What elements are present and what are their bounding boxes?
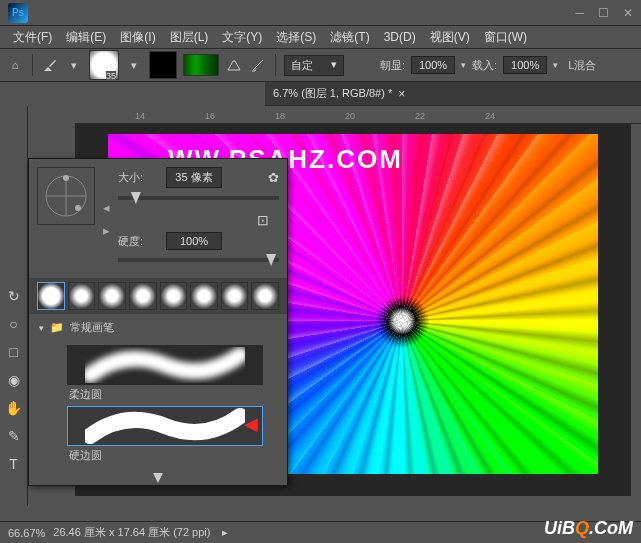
brush-preset-item[interactable] — [68, 282, 96, 310]
minimize-button[interactable]: ─ — [575, 6, 584, 20]
opacity-label: 朝显: — [380, 58, 405, 73]
hardness-input[interactable]: 100% — [166, 232, 222, 250]
svg-point-4 — [75, 205, 81, 211]
brush-tool-icon[interactable] — [41, 56, 59, 74]
size-label: 大小: — [118, 170, 160, 185]
brush-name-label: 柔边圆 — [67, 387, 263, 402]
menu-type[interactable]: 文字(Y) — [217, 27, 267, 48]
menu-3d[interactable]: 3D(D) — [379, 28, 421, 46]
menu-filter[interactable]: 滤镜(T) — [325, 27, 374, 48]
panel-resize-handle[interactable] — [29, 471, 287, 485]
menu-file[interactable]: 文件(F) — [8, 27, 57, 48]
brush-name-label: 硬边圆 — [67, 448, 263, 463]
menu-layer[interactable]: 图层(L) — [165, 27, 214, 48]
separator — [32, 54, 33, 76]
brush-preset-item[interactable] — [190, 282, 218, 310]
brush-list-item[interactable]: ◀ 硬边圆 — [67, 406, 263, 463]
gear-icon[interactable]: ✿ — [268, 170, 279, 185]
size-input[interactable]: 35 像素 — [166, 167, 222, 188]
new-preset-icon[interactable]: ⊡ — [118, 212, 279, 228]
chevron-down-icon[interactable]: ▾ — [553, 60, 558, 70]
pressure-opacity-icon[interactable] — [225, 56, 243, 74]
gradient-swatch[interactable] — [183, 54, 219, 76]
document-tab-label: 6.7% (图层 1, RGB/8#) * — [273, 86, 392, 101]
ruler-tick: 14 — [135, 111, 145, 121]
swap-colors-icon[interactable]: ↻ — [4, 286, 24, 306]
tools-panel: ↻ ○ □ ◉ ✋ ✎ T — [0, 106, 28, 506]
arrow-indicator-icon: ◀ — [244, 413, 258, 435]
menu-window[interactable]: 窗口(W) — [479, 27, 532, 48]
home-icon[interactable]: ⌂ — [6, 56, 24, 74]
folder-label: 常规画笔 — [70, 320, 114, 335]
hardness-slider[interactable] — [118, 258, 279, 262]
flip-right-icon[interactable]: ▸ — [103, 223, 110, 238]
menu-view[interactable]: 视图(V) — [425, 27, 475, 48]
opacity-input[interactable]: 100% — [411, 56, 455, 74]
document-tab[interactable]: 6.7% (图层 1, RGB/8#) * × — [265, 82, 641, 106]
brush-preset-item[interactable] — [221, 282, 249, 310]
ruler-tick: 20 — [345, 111, 355, 121]
brush-preset-row — [29, 278, 287, 314]
window-controls: ─ ☐ ✕ — [575, 6, 633, 20]
airbrush-icon[interactable] — [249, 56, 267, 74]
mode-dropdown[interactable]: 自定 ▾ — [284, 55, 344, 76]
blend-label: L混合 — [568, 58, 596, 73]
zoom-level[interactable]: 66.67% — [8, 527, 45, 539]
options-bar: ⌂ ▾ 35 ▾ 自定 ▾ 朝显: 100% ▾ 载入: 100% ▾ L混合 — [0, 48, 641, 82]
menu-image[interactable]: 图像(I) — [115, 27, 160, 48]
hardness-label: 硬度: — [118, 234, 160, 249]
main-area: ↻ ○ □ ◉ ✋ ✎ T 14 16 18 20 22 24 WW.PSAHZ… — [0, 106, 641, 506]
brush-preset-item[interactable] — [37, 282, 65, 310]
close-tab-icon[interactable]: × — [398, 87, 405, 101]
document-dimensions: 26.46 厘米 x 17.64 厘米 (72 ppi) — [53, 525, 210, 540]
size-slider[interactable] — [118, 196, 279, 200]
chevron-down-icon[interactable]: ▾ — [461, 60, 466, 70]
brush-preset-picker[interactable]: 35 — [89, 50, 119, 80]
flow-input[interactable]: 100% — [503, 56, 547, 74]
brush-list-item[interactable]: 柔边圆 — [67, 345, 263, 402]
menu-select[interactable]: 选择(S) — [271, 27, 321, 48]
chevron-right-icon[interactable]: ▸ — [222, 526, 228, 539]
chevron-down-icon[interactable]: ▾ — [125, 56, 143, 74]
menu-edit[interactable]: 编辑(E) — [61, 27, 111, 48]
horizontal-ruler: 14 16 18 20 22 24 — [75, 106, 641, 124]
flip-left-icon[interactable]: ◂ — [103, 200, 110, 215]
color-swatch[interactable] — [149, 51, 177, 79]
menubar: 文件(F) 编辑(E) 图像(I) 图层(L) 文字(Y) 选择(S) 滤镜(T… — [0, 26, 641, 48]
ruler-tick: 18 — [275, 111, 285, 121]
eyedropper-icon[interactable]: ◉ — [4, 370, 24, 390]
brush-folder[interactable]: ▾ 📁 常规画笔 — [29, 314, 287, 341]
chevron-down-icon[interactable]: ▾ — [65, 56, 83, 74]
brush-preset-item[interactable] — [160, 282, 188, 310]
app-logo: Ps — [8, 3, 28, 23]
brush-preset-item[interactable] — [129, 282, 157, 310]
type-tool-icon[interactable]: T — [4, 454, 24, 474]
brush-list: 柔边圆 ◀ 硬边圆 — [29, 341, 287, 471]
flow-label: 载入: — [472, 58, 497, 73]
maximize-button[interactable]: ☐ — [598, 6, 609, 20]
ruler-tick: 16 — [205, 111, 215, 121]
svg-point-3 — [63, 175, 69, 181]
hand-tool-icon[interactable]: ✋ — [4, 398, 24, 418]
brush-preset-item[interactable] — [98, 282, 126, 310]
chevron-down-icon: ▾ — [39, 323, 44, 333]
ruler-tick: 22 — [415, 111, 425, 121]
close-button[interactable]: ✕ — [623, 6, 633, 20]
brush-preset-panel: ◂ ▸ 大小: 35 像素 ✿ ⊡ 硬度: 100% — [28, 158, 288, 486]
titlebar: Ps ─ ☐ ✕ — [0, 0, 641, 26]
folder-icon: 📁 — [50, 321, 64, 334]
site-watermark: UiBQ.CoM — [544, 518, 633, 539]
ellipse-icon[interactable]: ○ — [4, 314, 24, 334]
brush-tip-preview[interactable] — [37, 167, 95, 225]
ruler-tick: 24 — [485, 111, 495, 121]
separator — [275, 54, 276, 76]
brush-size-number: 35 — [106, 71, 116, 81]
brush-tool-icon[interactable]: ✎ — [4, 426, 24, 446]
brush-preset-item[interactable] — [251, 282, 279, 310]
square-icon[interactable]: □ — [4, 342, 24, 362]
